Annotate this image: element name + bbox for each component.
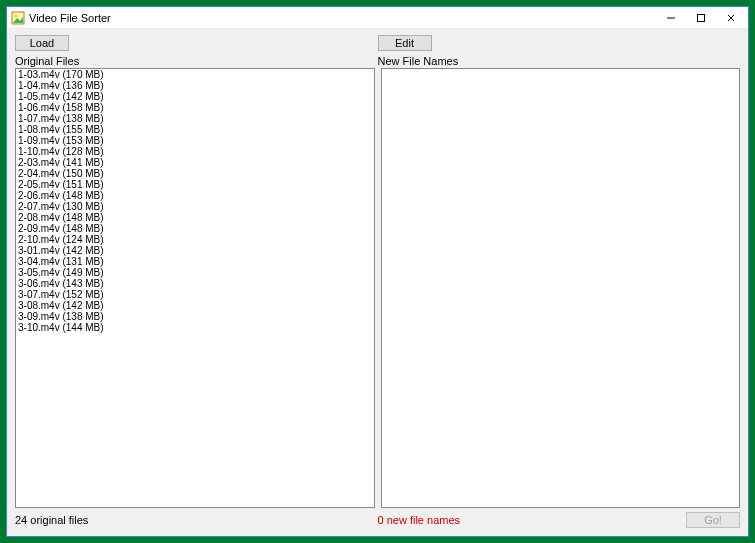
list-item[interactable]: 2-10.m4v (124 MB) [16, 234, 374, 245]
window: Video File Sorter Load Edit [6, 6, 749, 537]
go-button[interactable]: Go! [686, 512, 740, 528]
toolbar: Load Edit [15, 35, 740, 51]
list-item[interactable]: 1-04.m4v (136 MB) [16, 80, 374, 91]
minimize-button[interactable] [656, 9, 686, 27]
list-item[interactable]: 3-08.m4v (142 MB) [16, 300, 374, 311]
load-button[interactable]: Load [15, 35, 69, 51]
close-button[interactable] [716, 9, 746, 27]
status-new-count: 0 new file names [378, 514, 687, 526]
list-item[interactable]: 1-05.m4v (142 MB) [16, 91, 374, 102]
list-item[interactable]: 3-09.m4v (138 MB) [16, 311, 374, 322]
list-item[interactable]: 3-07.m4v (152 MB) [16, 289, 374, 300]
label-new-file-names: New File Names [378, 55, 741, 67]
list-item[interactable]: 1-09.m4v (153 MB) [16, 135, 374, 146]
column-labels: Original Files New File Names [15, 55, 740, 67]
list-item[interactable]: 3-01.m4v (142 MB) [16, 245, 374, 256]
list-item[interactable]: 2-04.m4v (150 MB) [16, 168, 374, 179]
list-item[interactable]: 2-07.m4v (130 MB) [16, 201, 374, 212]
list-item[interactable]: 1-08.m4v (155 MB) [16, 124, 374, 135]
list-item[interactable]: 1-07.m4v (138 MB) [16, 113, 374, 124]
maximize-button[interactable] [686, 9, 716, 27]
status-original-count: 24 original files [15, 514, 378, 526]
svg-point-1 [15, 14, 18, 17]
list-item[interactable]: 3-10.m4v (144 MB) [16, 322, 374, 333]
list-item[interactable]: 2-03.m4v (141 MB) [16, 157, 374, 168]
list-item[interactable]: 1-10.m4v (128 MB) [16, 146, 374, 157]
list-item[interactable]: 3-06.m4v (143 MB) [16, 278, 374, 289]
client-area: Load Edit Original Files New File Names … [7, 29, 748, 536]
app-icon [11, 11, 25, 25]
list-item[interactable]: 1-06.m4v (158 MB) [16, 102, 374, 113]
titlebar[interactable]: Video File Sorter [7, 7, 748, 29]
list-item[interactable]: 2-08.m4v (148 MB) [16, 212, 374, 223]
list-item[interactable]: 3-05.m4v (149 MB) [16, 267, 374, 278]
svg-rect-3 [698, 14, 705, 21]
list-item[interactable]: 2-09.m4v (148 MB) [16, 223, 374, 234]
new-file-names-list[interactable] [381, 68, 741, 508]
list-item[interactable]: 2-06.m4v (148 MB) [16, 190, 374, 201]
label-original-files: Original Files [15, 55, 378, 67]
window-title: Video File Sorter [29, 12, 656, 24]
list-item[interactable]: 1-03.m4v (170 MB) [16, 69, 374, 80]
original-files-list[interactable]: 1-03.m4v (170 MB)1-04.m4v (136 MB)1-05.m… [15, 68, 375, 508]
list-item[interactable]: 2-05.m4v (151 MB) [16, 179, 374, 190]
list-item[interactable]: 3-04.m4v (131 MB) [16, 256, 374, 267]
edit-button[interactable]: Edit [378, 35, 432, 51]
